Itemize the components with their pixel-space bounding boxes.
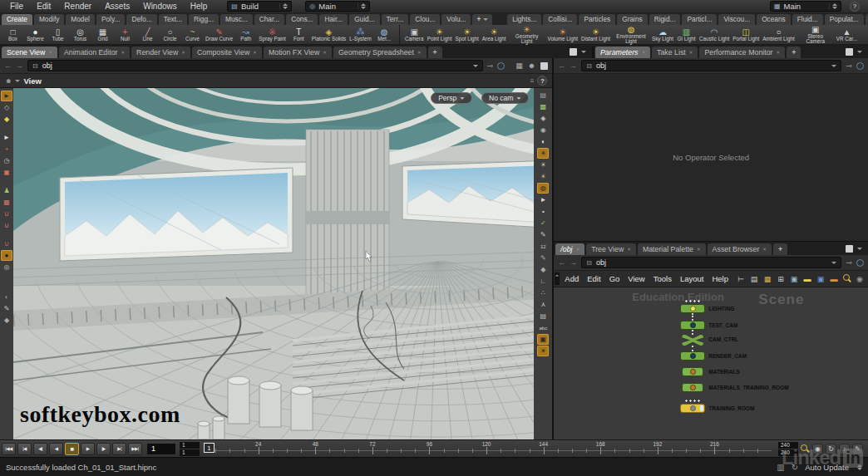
all-lights-icon[interactable]: ☀ [537,171,549,182]
radial-menu-icon[interactable] [856,62,864,70]
tool-font[interactable]: TFont [288,27,310,42]
tool-point-light[interactable]: ☀Point Light [426,27,454,42]
show-points-icon[interactable]: • [537,206,549,217]
shelf-tab-cons[interactable]: Cons... [286,14,318,25]
tab-scene-view[interactable]: Scene View✕ [2,47,57,58]
prev-frame-button[interactable]: ◀| [33,443,47,455]
tool-path[interactable]: ↝Path [234,27,257,42]
tool-stereo-camera[interactable]: ▣Stereo Camera [796,25,835,45]
shelf-tab-viscou[interactable]: Viscou... [718,14,755,25]
shelf-tab-collisi[interactable]: Collisi... [543,14,577,25]
shelf-tab-text[interactable]: Text... [159,14,187,25]
viewport-path-field[interactable]: ⊟ obj [27,60,483,71]
shelf-tab-volu[interactable]: Volu... [441,14,471,25]
shelf-tab-fluid[interactable]: Fluid... [792,14,823,25]
shelf-tab-hair[interactable]: Hair... [319,14,348,25]
tool-caustic-light[interactable]: ◠Caustic Light [698,27,731,42]
main-network-select[interactable]: ◎ Main [305,1,370,12]
pin-icon[interactable]: ⊸ [846,258,852,267]
parameter-dialog-icon[interactable]: ▤ [749,273,760,284]
net-menu-add[interactable]: Add [560,274,583,283]
color-palette-icon[interactable]: ▦ [762,273,773,284]
net-tab-material-palette[interactable]: Material Palette✕ [638,243,706,255]
stop-button[interactable]: ■ [65,443,79,455]
maximize-pane-icon[interactable] [846,48,853,56]
network-box-icon[interactable]: ▬ [829,273,840,284]
spinner-icon[interactable] [279,3,288,9]
tab-render-view[interactable]: Render View✕ [131,47,190,58]
rotate-icon[interactable]: ◷ [1,155,12,166]
net-menu-tools[interactable]: Tools [649,274,676,283]
tool-l-system[interactable]: ⁂L-System [348,27,373,42]
tab-composite-view[interactable]: Composite View✕ [192,47,262,58]
net-tab-obj[interactable]: /obj✕ [555,243,584,255]
tool-vr-car[interactable]: ▲VR Car... [835,27,860,42]
play-button[interactable]: ▶ [81,443,95,455]
tab-take-list[interactable]: Take List✕ [652,47,698,58]
shelf-tab-rigid[interactable]: Rigid... [649,14,681,25]
next-frame-button[interactable]: |▶ [96,443,111,455]
profile-curves-icon[interactable]: ◆ [537,264,549,275]
character-icon[interactable]: ☻ [528,61,535,70]
tool-curve[interactable]: ~Curve [181,27,204,42]
chevron-down-icon[interactable] [831,65,836,67]
shelf-tab-clou[interactable]: Clou... [410,14,440,25]
close-icon[interactable]: ✕ [48,50,52,55]
shelf-tab-modify[interactable]: Modify [34,14,64,25]
tab-add-button[interactable]: + [787,47,801,58]
shelf-tab-create[interactable]: Create [2,14,32,25]
flipbook-icon[interactable]: ◆ [1,315,12,326]
menu-icon[interactable]: ≡ [530,77,535,85]
node-training-room[interactable] [680,404,705,413]
render-region-icon[interactable]: ◐ [1,292,12,302]
select-geometry-icon[interactable]: ◇ [1,102,12,113]
tool-draw-curve[interactable]: ✎Draw Curve [204,27,234,42]
tab-add-button[interactable]: + [428,47,442,58]
tool-null[interactable]: +Null [114,27,136,42]
collapse-arrow-icon[interactable] [555,272,560,285]
text-overlay-icon[interactable]: abc [537,322,549,333]
axis-display-icon[interactable]: ⋏ [537,299,549,310]
select-objects-icon[interactable]: ► [1,91,12,101]
back-icon[interactable]: ← [558,61,565,70]
pin-icon[interactable]: ⊸ [487,61,494,70]
tool-distant-light[interactable]: ☀Distant Light [579,27,612,42]
net-menu-help[interactable]: Help [708,274,732,283]
chevron-down-icon[interactable] [473,65,478,67]
headlight-icon[interactable]: ☀ [537,148,549,159]
net-menu-layout[interactable]: Layout [676,274,708,283]
pose-icon[interactable]: ♟ [1,185,12,196]
paint-brush-icon[interactable]: ✎ [1,303,12,314]
range-start-field[interactable]: 1 [180,442,200,449]
scale-icon[interactable]: ▣ [1,167,12,178]
node-test-cam[interactable] [680,321,705,330]
tool-portal-light[interactable]: ◫Portal Light [731,27,761,42]
tool-volume-light[interactable]: ☀Volume Light [546,27,579,42]
persp-view-button[interactable]: Persp [431,92,472,104]
spinner-icon[interactable] [358,3,366,9]
viewport[interactable]: ►◇◆►+◷▣♟▦∪∪∪●◎◐✎◆ [0,88,552,439]
close-icon[interactable]: ✕ [697,247,701,252]
close-icon[interactable]: ✕ [641,50,645,55]
play-reverse-button[interactable]: ◀ [49,443,63,455]
radial-menu-icon[interactable] [497,62,505,70]
snap-point-icon[interactable]: ∪ [1,209,12,219]
node-cam-ctrl[interactable] [682,335,703,346]
node-render-cam[interactable] [680,351,705,361]
network-path-field[interactable]: ⊟ obj [581,257,841,268]
tab-animation-editor[interactable]: Animation Editor✕ [59,47,130,58]
display-flag[interactable] [700,405,703,411]
desktop-select[interactable]: ▦ Main [770,1,841,12]
close-icon[interactable]: ✕ [689,50,693,55]
ghost-objects-icon[interactable]: ▩ [537,101,549,112]
shelf-tab-guid[interactable]: Guid... [349,14,379,25]
forward-icon[interactable]: → [570,258,577,267]
tool-environment-light[interactable]: ◍Environment Light [612,25,650,45]
node-materials-training-room[interactable] [682,383,703,392]
particle-display-icon[interactable]: ∴ [537,287,549,298]
tab-parameters[interactable]: Parameters✕ [595,47,650,58]
jump-end-button[interactable]: ▶▶| [128,443,142,455]
tool-sky-light[interactable]: ☁Sky Light [650,27,675,42]
close-icon[interactable]: ✕ [777,50,781,55]
visibility-icon[interactable]: ◉ [855,273,866,284]
